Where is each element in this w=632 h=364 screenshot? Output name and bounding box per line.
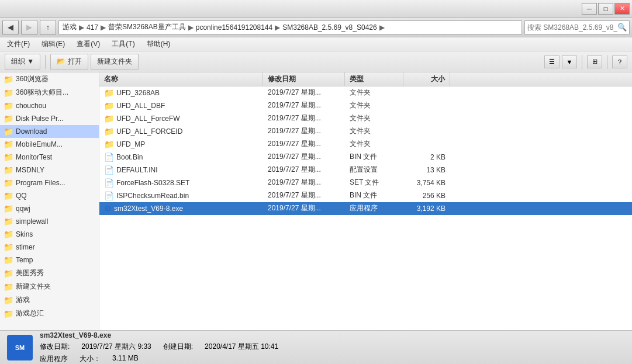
menu-view[interactable]: 查看(V)	[74, 37, 102, 51]
col-header-name[interactable]: 名称	[99, 72, 263, 86]
folder-icon: 📁	[4, 75, 13, 84]
folder-icon: 📁	[4, 204, 13, 213]
table-row[interactable]: 📄 ForceFlash-S0328.SET 2019/7/27 星期... S…	[99, 176, 632, 189]
sidebar-item-11[interactable]: 📁simplewall	[0, 215, 99, 228]
table-row[interactable]: 📄 ISPChecksumRead.bin 2019/7/27 星期... BI…	[99, 189, 632, 202]
cell-name: 📄 ISPChecksumRead.bin	[99, 189, 263, 202]
search-box[interactable]: 🔍	[524, 20, 630, 34]
file-name-label: DEFAULT.INI	[116, 166, 157, 174]
table-row[interactable]: 📁 UFD_ALL_DBF 2019/7/27 星期... 文件夹	[99, 99, 632, 112]
search-input[interactable]	[527, 23, 617, 32]
organize-button[interactable]: 组织 ▼	[5, 54, 40, 70]
help-button[interactable]: ?	[612, 56, 627, 68]
forward-button[interactable]: ▶	[21, 20, 37, 35]
up-button[interactable]: ↑	[40, 20, 56, 35]
sidebar-label: MobileEmuM...	[16, 140, 63, 148]
cell-type: 文件夹	[345, 138, 403, 150]
cell-size: 3,754 KB	[403, 176, 450, 189]
cell-date: 2019/7/27 星期...	[263, 176, 345, 189]
table-row[interactable]: 📁 UFD_ALL_ForceFW 2019/7/27 星期... 文件夹	[99, 112, 632, 125]
col-header-date[interactable]: 修改日期	[263, 72, 345, 86]
cell-date: 2019/7/27 星期...	[263, 151, 345, 163]
view-details-button[interactable]: ☰	[544, 56, 560, 68]
sidebar-label: qqwj	[16, 204, 30, 213]
file-name-label: UFD_3268AB	[116, 89, 160, 97]
sidebar-item-13[interactable]: 📁stimer	[0, 241, 99, 254]
menu-help[interactable]: 帮助(H)	[144, 37, 173, 51]
cell-size	[403, 138, 450, 150]
toolbar-separator	[45, 55, 46, 69]
main-area: 📁360浏览器📁360驱动大师目...📁chouchou📁Disk Pulse …	[0, 72, 632, 330]
minimize-button[interactable]: ─	[582, 3, 597, 15]
sidebar-item-17[interactable]: 📁游戏	[0, 293, 99, 307]
cell-date: 2019/7/27 星期...	[263, 99, 345, 112]
col-header-size[interactable]: 大小	[403, 72, 450, 86]
status-info: sm32Xtest_V69-8.exe 修改日期: 2019/7/27 星期六 …	[40, 331, 278, 364]
sidebar-label: simplewall	[16, 217, 48, 226]
table-row[interactable]: 📁 UFD_MP 2019/7/27 星期... 文件夹	[99, 138, 632, 151]
cell-date: 2019/7/27 星期...	[263, 202, 345, 214]
table-row[interactable]: 📄 DEFAULT.INI 2019/7/27 星期... 配置设置 13 KB	[99, 164, 632, 176]
folder-icon: 📁	[104, 127, 114, 136]
cell-name: 📄 DEFAULT.INI	[99, 164, 263, 176]
folder-icon: 📁	[4, 152, 13, 162]
file-name-label: ForceFlash-S0328.SET	[116, 179, 189, 187]
status-filename: sm32Xtest_V69-8.exe	[40, 331, 278, 339]
cell-date: 2019/7/27 星期...	[263, 189, 345, 202]
table-row[interactable]: 📁 UFD_ALL_FORCEID 2019/7/27 星期... 文件夹	[99, 125, 632, 138]
sidebar-item-18[interactable]: 📁游戏总汇	[0, 307, 99, 320]
sidebar-label: Skins	[16, 230, 33, 238]
status-file-icon: SM	[7, 335, 33, 360]
table-row[interactable]: ⚙ sm32Xtest_V69-8.exe 2019/7/27 星期... 应用…	[99, 202, 632, 215]
view-toggle-button[interactable]: ▼	[562, 56, 577, 68]
close-button[interactable]: ✕	[614, 3, 630, 15]
sidebar-item-5[interactable]: 📁MobileEmuM...	[0, 138, 99, 151]
cell-name: 📁 UFD_3268AB	[99, 86, 263, 99]
folder-icon: 📁	[4, 191, 13, 200]
sidebar-item-0[interactable]: 📁360浏览器	[0, 72, 99, 86]
sidebar-item-4[interactable]: 📁Download	[0, 125, 99, 138]
crumb-5: SM3268AB_2.5.69_v8_S0426	[282, 23, 377, 32]
address-path[interactable]: 游戏 ▶ 417 ▶ 普荣SM3268AB量产工具 ▶ pconline1564…	[58, 20, 522, 34]
sidebar-item-10[interactable]: 📁qqwj	[0, 202, 99, 215]
new-folder-button[interactable]: 新建文件夹	[91, 54, 139, 70]
sidebar-item-15[interactable]: 📁美图秀秀	[0, 266, 99, 280]
cell-name: 📁 UFD_ALL_ForceFW	[99, 112, 263, 124]
sidebar-label: chouchou	[16, 102, 46, 110]
sidebar-item-1[interactable]: 📁360驱动大师目...	[0, 86, 99, 99]
open-button[interactable]: 📂 打开	[50, 54, 88, 70]
sidebar-item-14[interactable]: 📁Temp	[0, 254, 99, 266]
menu-tools[interactable]: 工具(T)	[109, 37, 137, 51]
column-headers: 名称 修改日期 类型 大小	[99, 72, 632, 86]
sidebar-item-8[interactable]: 📁Program Files...	[0, 176, 99, 189]
sidebar: 📁360浏览器📁360驱动大师目...📁chouchou📁Disk Pulse …	[0, 72, 99, 330]
sidebar-item-6[interactable]: 📁MonitorTest	[0, 151, 99, 164]
menu-edit[interactable]: 编辑(E)	[39, 37, 67, 51]
sidebar-item-9[interactable]: 📁QQ	[0, 189, 99, 202]
cell-size	[403, 112, 450, 124]
sidebar-item-2[interactable]: 📁chouchou	[0, 99, 99, 112]
file-icon: 📄	[104, 152, 114, 162]
toolbar: 组织 ▼ 📂 打开 新建文件夹 ☰ ▼ ⊞ ?	[0, 51, 632, 72]
table-row[interactable]: 📁 UFD_3268AB 2019/7/27 星期... 文件夹	[99, 86, 632, 99]
table-row[interactable]: 📄 Boot.Bin 2019/7/27 星期... BIN 文件 2 KB	[99, 151, 632, 164]
col-header-type[interactable]: 类型	[345, 72, 403, 86]
file-name-label: UFD_MP	[116, 140, 145, 148]
sidebar-label: Disk Pulse Pr...	[16, 115, 63, 123]
folder-icon: 📁	[4, 309, 13, 318]
crumb-4: pconline1564191208144	[196, 23, 272, 32]
modified-value: 2019/7/27 星期六 9:33	[81, 342, 151, 352]
folder-icon: 📁	[4, 127, 13, 136]
maximize-button[interactable]: □	[598, 3, 613, 15]
back-button[interactable]: ◀	[2, 20, 19, 35]
search-icon: 🔍	[617, 23, 627, 32]
sidebar-item-7[interactable]: 📁MSDNLY	[0, 164, 99, 176]
menu-file[interactable]: 文件(F)	[5, 37, 32, 51]
sidebar-item-3[interactable]: 📁Disk Pulse Pr...	[0, 112, 99, 125]
folder-icon: 📁	[4, 255, 13, 265]
sidebar-item-12[interactable]: 📁Skins	[0, 228, 99, 241]
created-label: 创建日期:	[163, 342, 193, 352]
file-name-label: ISPChecksumRead.bin	[116, 192, 189, 200]
preview-pane-button[interactable]: ⊞	[587, 56, 602, 68]
sidebar-item-16[interactable]: 📁新建文件夹	[0, 280, 99, 293]
